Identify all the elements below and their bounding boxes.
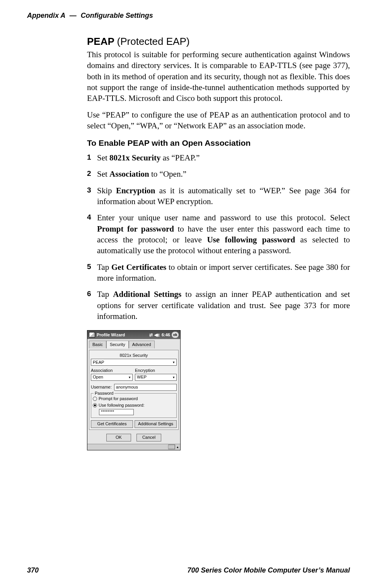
step-2: 2 Set Association to “Open.” [87,169,350,179]
label-encryption: Encryption [135,368,177,373]
step-1: 1 Set 8021x Security as “PEAP.” [87,152,350,163]
section-heading: PEAP (Protected EAP) [87,35,350,48]
input-password-value: ******** [101,409,114,415]
paragraph-1: This protocol is suitable for performing… [87,49,350,104]
sip-bar: ▴ [87,444,180,450]
dropdown-association[interactable]: Open ▾ [91,374,133,381]
page-number: 370 [27,566,39,575]
get-certificates-button[interactable]: Get Certificates [91,420,133,428]
term-additional-settings: Additional Settings [113,290,181,299]
additional-settings-button[interactable]: Additional Settings [135,420,177,428]
step-3-number: 3 [87,185,91,195]
step-6-number: 6 [87,289,91,299]
header-appendix: Appendix A [27,12,65,19]
clock-time: 6:46 [162,332,170,338]
radio-prompt-label: Prompt for password [99,396,138,402]
dropdown-8021x-value: PEAP [93,360,104,365]
term-encryption: Encryption [116,186,155,195]
subheading: To Enable PEAP with an Open Association [87,138,350,148]
keyboard-icon[interactable] [168,445,175,449]
password-fieldset: Password Prompt for password Use followi… [91,393,177,418]
chevron-up-icon[interactable]: ▴ [177,445,179,449]
dialog-footer: OK Cancel [87,431,180,444]
volume-icon[interactable]: ◀ϵ [154,332,160,338]
header-section: Configurable Settings [81,12,153,19]
tab-strip: Basic Security Advanced [89,341,179,348]
radio-on-icon [93,403,97,407]
security-panel: 8021x Security PEAP ▾ Association Open ▾ [89,350,179,429]
step-1-number: 1 [87,152,91,162]
dropdown-encryption-value: WEP [137,374,147,380]
pocketpc-screenshot: Profile Wizard ⇄ ◀ϵ 6:46 ok Basic Securi… [87,330,181,450]
input-username[interactable]: anonymous [114,384,177,391]
step-6: 6 Tap Additional Settings to assign an i… [87,289,350,322]
running-header: Appendix A — Configurable Settings [27,11,153,20]
step-list: 1 Set 8021x Security as “PEAP.” 2 Set As… [87,152,350,322]
ok-close-button[interactable]: ok [172,332,179,338]
chevron-down-icon: ▾ [173,375,175,380]
dropdown-association-value: Open [93,374,103,380]
step-2-number: 2 [87,169,91,179]
radio-prompt-for-password[interactable]: Prompt for password [93,396,175,402]
input-password[interactable]: ******** [99,409,134,415]
term-use-following-password: Use following password [207,235,295,244]
term-get-certificates: Get Certificates [111,262,166,272]
term-prompt-for-password: Prompt for password [97,224,174,233]
page-footer: 370 700 Series Color Mobile Computer Use… [27,566,350,575]
window-title: Profile Wizard [97,332,125,338]
window-titlebar: Profile Wizard ⇄ ◀ϵ 6:46 ok [87,331,180,339]
term-8021x-security: 8021x Security [109,153,160,162]
cancel-button[interactable]: Cancel [136,434,161,441]
tab-security[interactable]: Security [106,341,129,348]
connectivity-icon[interactable]: ⇄ [149,332,153,338]
manual-title: 700 Series Color Mobile Computer User’s … [188,566,350,575]
paragraph-2: Use “PEAP” to configure the use of PEAP … [87,109,350,131]
label-username: Username: [91,384,112,390]
header-separator: — [67,12,79,19]
term-association: Association [109,169,149,179]
label-association: Association [91,368,133,373]
dropdown-8021x-security[interactable]: PEAP ▾ [91,359,177,366]
start-flag-icon[interactable] [89,332,95,337]
step-5: 5 Tap Get Certificates to obtain or impo… [87,262,350,284]
radio-use-following-password[interactable]: Use following password: [93,402,175,408]
step-4: 4 Enter your unique user name and passwo… [87,212,350,256]
tab-advanced[interactable]: Advanced [129,341,155,348]
dropdown-encryption[interactable]: WEP ▾ [135,374,177,381]
label-8021x-security: 8021x Security [91,353,177,358]
main-content: PEAP (Protected EAP) This protocol is su… [87,35,350,450]
step-5-number: 5 [87,262,91,272]
step-4-number: 4 [87,212,91,222]
input-username-value: anonymous [116,384,138,390]
chevron-down-icon: ▾ [173,360,175,365]
heading-bold: PEAP [87,36,114,47]
radio-usefollow-label: Use following password: [99,402,145,408]
radio-off-icon [93,397,97,401]
step-3: 3 Skip Encryption as it is automatically… [87,185,350,207]
ok-button[interactable]: OK [106,434,131,441]
legend-password: Password [94,390,114,396]
tab-basic[interactable]: Basic [89,341,106,348]
chevron-down-icon: ▾ [129,375,131,380]
heading-paren: (Protected EAP) [117,36,190,47]
